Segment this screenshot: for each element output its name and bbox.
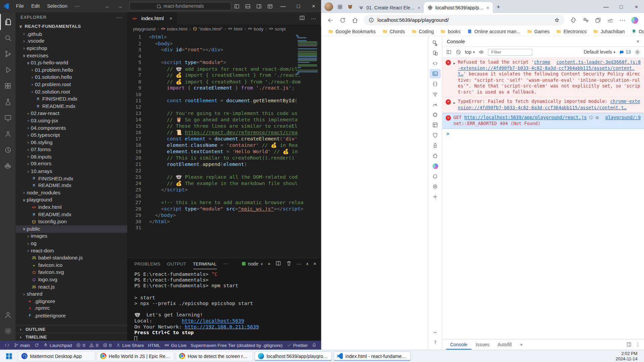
- tree-file-index.html[interactable]: <>index.html: [16, 204, 127, 211]
- tree-file-.gitignore[interactable]: ◆.gitignore: [16, 298, 127, 305]
- tree-file-FINISHED.mdx[interactable]: MFINISHED.mdx: [16, 175, 127, 182]
- bookmark-octoprint[interactable]: OctoPrint: [629, 28, 644, 35]
- expand-arrow-icon[interactable]: ▶: [453, 61, 455, 95]
- code-text[interactable]: <div id="root"></div>: [149, 47, 223, 53]
- project-root-row[interactable]: ∨ REACT-FUNDAMENTALS: [16, 22, 127, 30]
- devtools-tool-extension-b[interactable]: [430, 182, 441, 191]
- code-text[interactable]: // 💰 import { createRoot } from './react…: [149, 78, 301, 85]
- panel-tab-problems[interactable]: PROBLEMS: [134, 258, 160, 269]
- activity-explorer[interactable]: [0, 14, 16, 30]
- status-supermaven-free-tier-disabled-by-gitignore[interactable]: Supermaven Free Tier (disabled by .gitig…: [189, 341, 284, 350]
- info-badge-icon[interactable]: ⓘ: [589, 115, 593, 121]
- code-text[interactable]: // 🐨 add imports for react and react-dom…: [149, 66, 298, 72]
- devtools-help[interactable]: ?: [430, 338, 441, 347]
- tab-close-icon[interactable]: ×: [169, 16, 172, 21]
- code-text[interactable]: <html>: [149, 34, 167, 41]
- panel-more-actions-icon[interactable]: ···: [297, 261, 302, 266]
- browser-profile-avatar[interactable]: [324, 2, 333, 11]
- start-button[interactable]: [2, 351, 16, 361]
- activity-docker[interactable]: [0, 158, 16, 174]
- site-info-icon[interactable]: [368, 17, 374, 23]
- code-text[interactable]: // 💰 The example in the markdown file sh…: [149, 180, 298, 187]
- more-menu-icon[interactable]: ⋯: [617, 14, 628, 25]
- code-text[interactable]: </html>: [149, 219, 170, 225]
- console-sidebar-icon[interactable]: [446, 49, 452, 55]
- taskbar-button-4[interactable]: index.html - react-fundamentals -...: [333, 351, 411, 361]
- devtools-tool-copilot[interactable]: [430, 161, 441, 171]
- expand-arrow-icon[interactable]: ▶: [453, 100, 455, 111]
- devtools-tool-security[interactable]: [430, 130, 441, 140]
- live-expression-eye-icon[interactable]: [479, 49, 484, 55]
- menu-[interactable]: ···: [71, 0, 84, 12]
- split-editor-icon[interactable]: [299, 15, 305, 22]
- terminal-output[interactable]: PS E:\react-fundamentals> ^CPS E:\react-…: [127, 269, 321, 341]
- devtools-tool-inspect[interactable]: [430, 38, 441, 48]
- code-text[interactable]: </body>: [149, 212, 176, 219]
- bookmark-games[interactable]: Games: [524, 28, 552, 35]
- tree-file-README.mdx[interactable]: MREADME.mdx: [16, 103, 127, 110]
- customize-layout-icon[interactable]: [265, 3, 276, 9]
- devtools-close-icon[interactable]: ×: [636, 38, 639, 44]
- menu-file[interactable]: File: [12, 0, 28, 12]
- tree-folder-og[interactable]: ›og: [16, 240, 127, 247]
- devtools-tool-lighthouse[interactable]: [430, 141, 441, 150]
- devtools-tool-network[interactable]: [430, 89, 441, 99]
- tree-folder-03.using-jsx[interactable]: ›03.using-jsx: [16, 117, 127, 124]
- tree-file-README.mdx[interactable]: MREADME.mdx: [16, 182, 127, 189]
- vscode-minimize-button[interactable]: —: [276, 0, 291, 12]
- code-text[interactable]: // This is similar to createRoot().rende…: [149, 155, 294, 161]
- back-arrow-icon[interactable]: ←: [105, 3, 110, 9]
- tree-folder-shared[interactable]: ›shared: [16, 290, 127, 298]
- tree-folder-exercises[interactable]: ∨exercises: [16, 52, 127, 59]
- breadcrumb-item[interactable]: playground: [133, 26, 156, 31]
- browser-home-icon[interactable]: [350, 14, 361, 25]
- tab-close-icon[interactable]: ×: [486, 5, 489, 10]
- editor-more-actions-icon[interactable]: ···: [311, 15, 316, 21]
- status-main[interactable]: main: [11, 341, 32, 350]
- code-text[interactable]: <body>: [149, 41, 173, 47]
- tree-folder-01.js-hello-world[interactable]: ∨01.js-hello-world: [16, 59, 127, 67]
- devtools-tool-elements[interactable]: [430, 59, 441, 68]
- menu-selection[interactable]: Selection: [43, 0, 71, 12]
- code-text[interactable]: // You're going to re-implement this cod…: [149, 110, 297, 117]
- edge-maximize-button[interactable]: □: [613, 0, 629, 13]
- tree-folder-epicshop[interactable]: ›epicshop: [16, 45, 127, 52]
- dock-side-icon[interactable]: [626, 342, 632, 347]
- tree-folder-05.typescript[interactable]: ›05.typescript: [16, 131, 127, 139]
- devtools-tool-device-emulation[interactable]: [430, 48, 441, 58]
- clear-console-icon[interactable]: [455, 49, 461, 55]
- kill-terminal-icon[interactable]: [286, 260, 292, 267]
- status-0[interactable]: 0: [100, 341, 113, 350]
- breadcrumb-item[interactable]: <>script: [269, 26, 286, 31]
- tree-folder-02.problem.root[interactable]: ›02.problem.root: [16, 81, 127, 88]
- code-text[interactable]: // 🐨 Please replace all the DOM-related …: [149, 174, 298, 180]
- toggle-secondary-sidebar-icon[interactable]: [254, 3, 265, 9]
- drawer-tab-issues[interactable]: Issues: [472, 340, 493, 350]
- status-0[interactable]: 0: [74, 341, 87, 350]
- tree-folder-04.components[interactable]: ›04.components: [16, 124, 127, 132]
- tree-folder-playground[interactable]: ∨playground: [16, 196, 127, 204]
- tree-file-react.js[interactable]: JSreact.js: [16, 283, 127, 291]
- forward-arrow-icon[interactable]: →: [117, 3, 123, 9]
- browser-back-icon[interactable]: [325, 14, 336, 25]
- log-levels-dropdown[interactable]: Default levels ▾: [584, 50, 615, 55]
- split-terminal-icon[interactable]: [275, 260, 281, 267]
- editor-tab-index-html[interactable]: <> index.html ×: [127, 12, 177, 25]
- pinned-tab[interactable]: [345, 1, 355, 12]
- tree-folder-node_modules[interactable]: ›node_modules: [16, 189, 127, 197]
- browser-refresh-icon[interactable]: [337, 14, 348, 25]
- source-link[interactable]: playground/:9: [605, 115, 641, 121]
- breadcrumb-item[interactable]: <>index.html: [161, 26, 187, 31]
- devtools-tool-home[interactable]: [430, 151, 441, 161]
- tree-folder-images[interactable]: ›images: [16, 233, 127, 240]
- web-page-viewport[interactable]: [321, 36, 429, 350]
- tree-folder-08.inputs[interactable]: ›08.inputs: [16, 153, 127, 161]
- drawer-tab-autofill[interactable]: Autofill: [493, 340, 516, 350]
- browser-tab-1[interactable]: localhost:5639/app/playground/×: [424, 2, 493, 13]
- minimap[interactable]: [295, 35, 320, 76]
- panel-tab-terminal[interactable]: TERMINAL: [193, 258, 217, 269]
- tree-folder-10.arrays[interactable]: ›10.arrays: [16, 168, 127, 175]
- toolbar-favorites-icon[interactable]: [580, 14, 591, 25]
- toolbar-extensions-icon[interactable]: [568, 14, 579, 25]
- status-sync[interactable]: [32, 341, 41, 350]
